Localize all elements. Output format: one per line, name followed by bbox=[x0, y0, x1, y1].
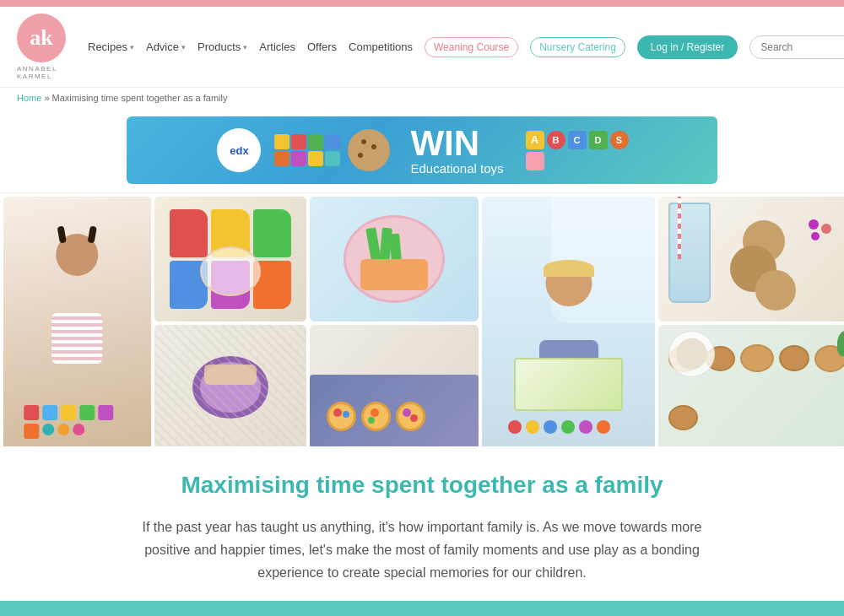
bottom-bar bbox=[0, 601, 844, 616]
alphabet-deco: A B C D S bbox=[526, 131, 644, 170]
logo-icon: ak bbox=[17, 14, 66, 62]
breadcrumb-home[interactable]: Home bbox=[17, 93, 41, 103]
nav-articles[interactable]: Articles bbox=[259, 41, 295, 53]
collage-photo-2 bbox=[154, 197, 306, 322]
main-nav: Recipes ▾ Advice ▾ Products ▾ Articles O… bbox=[88, 35, 844, 59]
breadcrumb-current: Maximising time spent together as a fami… bbox=[52, 93, 228, 103]
top-bar bbox=[0, 0, 844, 7]
breadcrumb: Home » Maximising time spent together as… bbox=[0, 88, 844, 108]
logo-subtitle: ANNABEL KARMEL bbox=[17, 65, 66, 80]
article-body: If the past year has taught us anything,… bbox=[127, 516, 717, 585]
photo-collage bbox=[0, 193, 844, 446]
nav-products[interactable]: Products ▾ bbox=[197, 41, 247, 53]
main-content: Maximising time spent together as a fami… bbox=[0, 446, 844, 616]
nav-competitions[interactable]: Competitions bbox=[349, 41, 413, 53]
collage-photo-7 bbox=[310, 325, 479, 446]
article-title: Maximising time spent together as a fami… bbox=[17, 472, 827, 499]
collage-photo-6 bbox=[154, 325, 306, 446]
breadcrumb-separator: » bbox=[44, 93, 49, 103]
header: ak ANNABEL KARMEL Recipes ▾ Advice ▾ Pro… bbox=[0, 7, 844, 88]
chevron-down-icon: ▾ bbox=[130, 43, 134, 51]
win-text: WIN bbox=[410, 126, 479, 161]
nav-advice[interactable]: Advice ▾ bbox=[146, 41, 186, 53]
nav-offers[interactable]: Offers bbox=[307, 41, 337, 53]
collage-photo-1 bbox=[3, 197, 151, 446]
edx-text: edx bbox=[230, 144, 248, 157]
banner-subtitle: Educational toys bbox=[410, 161, 503, 176]
weaning-course-badge[interactable]: Weaning Course bbox=[425, 37, 518, 57]
chevron-down-icon: ▾ bbox=[243, 43, 247, 51]
logo-area[interactable]: ak ANNABEL KARMEL bbox=[17, 14, 66, 80]
search-input[interactable] bbox=[749, 35, 844, 59]
collage-photo-4 bbox=[482, 197, 655, 446]
nursery-catering-badge[interactable]: Nursery Catering bbox=[530, 37, 625, 57]
win-text-area: WIN Educational toys bbox=[410, 126, 503, 176]
login-button[interactable]: Log in / Register bbox=[637, 35, 738, 59]
banner-inner: edx WIN Education bbox=[127, 116, 717, 184]
chevron-down-icon: ▾ bbox=[181, 43, 186, 51]
nav-recipes[interactable]: Recipes ▾ bbox=[88, 41, 134, 53]
edx-logo: edx bbox=[217, 128, 261, 172]
ad-banner[interactable]: edx WIN Education bbox=[0, 108, 844, 193]
collage-photo-3 bbox=[310, 197, 479, 322]
logo-letters: ak bbox=[30, 25, 52, 51]
toy-image bbox=[274, 129, 390, 171]
collage-photo-5 bbox=[658, 197, 844, 322]
collage-photo-8 bbox=[658, 325, 844, 446]
